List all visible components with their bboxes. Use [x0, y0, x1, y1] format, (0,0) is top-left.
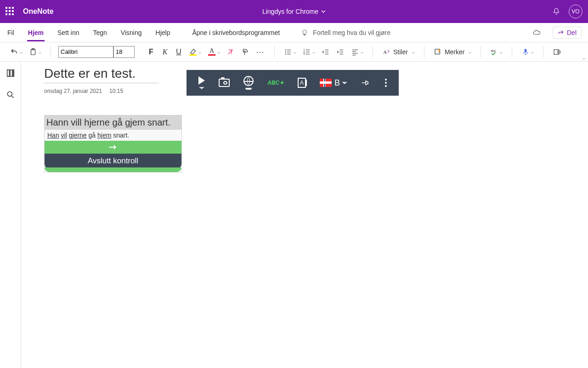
lingdys-spellcheck-button[interactable]: ABC✦: [267, 80, 284, 86]
tab-tegn[interactable]: Tegn: [92, 24, 108, 41]
avatar-initials: VO: [571, 8, 579, 15]
italic-button[interactable]: K: [159, 46, 170, 58]
finish-check-button[interactable]: Avslutt kontroll: [45, 154, 181, 169]
note-container[interactable]: Hann vill hjerne gå gjem snart. Han vil …: [44, 115, 182, 172]
font-size-select[interactable]: [113, 46, 135, 58]
styles-label: Stiler: [393, 48, 408, 56]
navigation-pane-icon[interactable]: [6, 68, 16, 78]
pin-icon: [361, 79, 371, 86]
share-button[interactable]: Del: [553, 27, 582, 39]
page-title[interactable]: Dette er en test.: [44, 66, 159, 83]
tag-icon: [434, 48, 442, 56]
clear-formatting-button[interactable]: [225, 46, 237, 58]
notifications-icon[interactable]: [552, 7, 560, 16]
search-icon[interactable]: [6, 90, 15, 99]
lingdys-pin-button[interactable]: [361, 79, 371, 86]
tell-me-placeholder: Fortell meg hva du vil gjøre: [313, 29, 390, 36]
spellcheck-suggestion[interactable]: Han vil gjerne gå hjem snart.: [45, 130, 181, 141]
chevron-down-icon: [321, 9, 326, 14]
tab-sett-inn[interactable]: Sett inn: [57, 24, 80, 41]
svg-point-5: [285, 53, 286, 54]
numbered-list-button[interactable]: 123: [301, 46, 317, 58]
svg-text:A: A: [243, 49, 246, 53]
tab-fil[interactable]: Fil: [6, 24, 15, 41]
app-launcher-icon[interactable]: [6, 7, 15, 16]
tags-button[interactable]: Merker: [432, 46, 474, 58]
lingdys-play-button[interactable]: [198, 76, 205, 89]
document-title[interactable]: Lingdys for Chrome: [262, 8, 326, 15]
language-letter: B: [334, 78, 340, 88]
svg-text:abc: abc: [491, 49, 497, 52]
decrease-indent-button[interactable]: [320, 46, 332, 58]
lingdys-toolbar[interactable]: ABC✦ B: [187, 70, 399, 96]
apply-correction-button[interactable]: [45, 141, 181, 154]
dictate-button[interactable]: [520, 46, 536, 58]
format-painter-button[interactable]: A: [239, 46, 251, 58]
meeting-details-button[interactable]: [551, 46, 563, 58]
undo-button[interactable]: [8, 46, 24, 58]
lightbulb-icon: [301, 29, 308, 36]
spellcheck-button[interactable]: abc: [488, 46, 504, 58]
cloud-sync-icon[interactable]: [532, 29, 541, 37]
underline-button[interactable]: U: [173, 46, 184, 58]
svg-text:3: 3: [304, 52, 305, 55]
increase-indent-button[interactable]: [334, 46, 346, 58]
avatar[interactable]: VO: [569, 5, 582, 18]
page-time: 10:15: [109, 88, 123, 94]
document-icon: [298, 78, 306, 88]
share-icon: [558, 29, 564, 36]
more-font-options-button[interactable]: ⋯: [254, 46, 267, 58]
tab-hjelp[interactable]: Hjelp: [155, 24, 171, 41]
flag-norway-icon: [320, 79, 332, 87]
play-icon: [198, 76, 205, 85]
lingdys-more-button[interactable]: [385, 79, 387, 87]
lingdys-screenshot-button[interactable]: [219, 79, 230, 87]
share-label: Del: [567, 29, 577, 36]
bullet-list-button[interactable]: [282, 46, 298, 58]
app-name: OneNote: [23, 7, 54, 16]
document-title-label: Lingdys for Chrome: [262, 8, 318, 15]
svg-point-3: [285, 49, 286, 50]
camera-icon: [219, 79, 230, 87]
more-vertical-icon: [385, 79, 387, 87]
highlight-color-button[interactable]: [187, 46, 203, 58]
styles-button[interactable]: A Stiler: [380, 46, 417, 58]
microphone-icon: [521, 48, 530, 56]
paste-button[interactable]: [27, 46, 43, 58]
svg-rect-13: [554, 49, 559, 54]
styles-icon: A: [382, 48, 390, 56]
font-color-button[interactable]: A: [206, 46, 222, 58]
paragraph-align-button[interactable]: [349, 46, 365, 58]
svg-rect-12: [525, 49, 527, 52]
abc-icon: ABC✦: [267, 80, 284, 86]
svg-point-15: [7, 92, 12, 96]
svg-point-4: [285, 51, 286, 52]
lingdys-language-button[interactable]: B: [320, 78, 347, 88]
open-in-desktop-link[interactable]: Åpne i skrivebordsprogrammet: [192, 29, 280, 36]
globe-icon: [243, 76, 254, 86]
note-text[interactable]: Hann vill hjerne gå gjem snart.: [45, 115, 181, 130]
tab-visning[interactable]: Visning: [120, 24, 143, 41]
page-date: onsdag 27. januar 2021: [44, 88, 102, 94]
tab-hjem[interactable]: Hjem: [27, 24, 45, 41]
lingdys-document-button[interactable]: [298, 78, 306, 88]
font-family-select[interactable]: [58, 46, 113, 58]
tags-label: Merker: [445, 48, 465, 56]
arrow-right-icon: [108, 144, 118, 150]
expand-ribbon-icon[interactable]: ⌵: [582, 55, 585, 60]
svg-text:A: A: [383, 49, 387, 54]
bold-button[interactable]: F: [146, 46, 157, 58]
lingdys-lookup-button[interactable]: [243, 76, 254, 90]
tell-me-search[interactable]: Fortell meg hva du vil gjøre: [301, 29, 390, 36]
